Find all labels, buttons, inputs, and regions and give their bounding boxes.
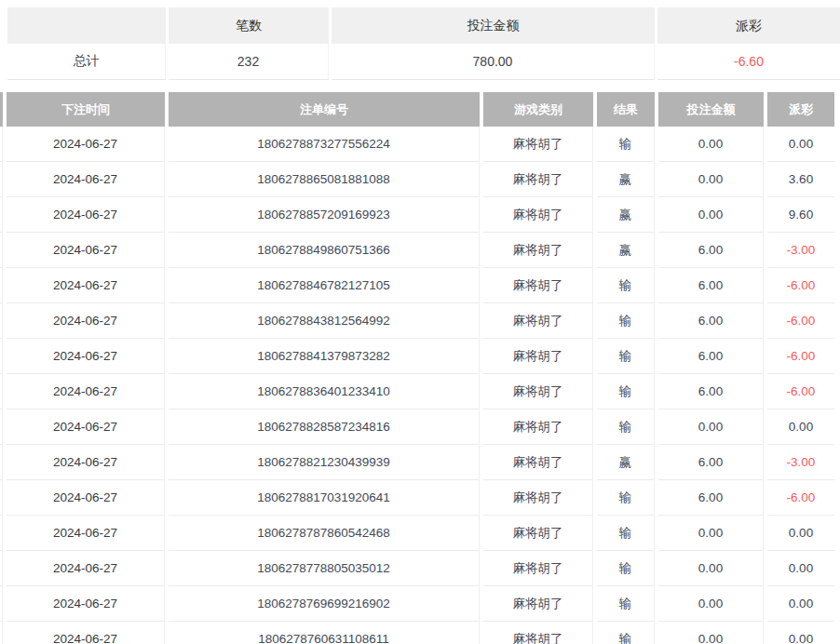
- cell-bet-id: 1806278865081881088: [169, 162, 480, 197]
- cell-bet-time: 2024-06-27: [7, 233, 165, 268]
- table-row: 2024-06-27 1806278849860751366 麻将胡了 赢 6.…: [0, 233, 834, 268]
- cell-bet-time: 2024-06-27: [7, 374, 165, 409]
- cell-game-type: 麻将胡了: [483, 233, 593, 268]
- cell-game-type: 麻将胡了: [483, 622, 593, 644]
- cell-bet-time: 2024-06-27: [7, 445, 165, 480]
- table-row: 2024-06-27 1806278778805035012 麻将胡了 输 0.…: [0, 551, 834, 586]
- cell-payout: -3.00: [767, 233, 834, 268]
- cell-bet-amount: 6.00: [658, 268, 764, 303]
- cell-result: 输: [597, 586, 655, 622]
- cell-bet-amount: 0.00: [658, 127, 764, 162]
- cell-bet-id: 1806278857209169923: [169, 197, 480, 233]
- cell-result: 输: [597, 303, 655, 339]
- row-edge-sliver: [0, 551, 3, 586]
- cell-bet-id: 1806278817031920641: [169, 480, 480, 516]
- cell-payout: 0.00: [767, 586, 834, 622]
- cell-bet-id: 1806278828587234816: [169, 409, 480, 445]
- header-bet-id: 注单编号: [169, 92, 480, 127]
- summary-header-empty: [7, 7, 166, 44]
- header-payout: 派彩: [767, 92, 834, 127]
- cell-result: 输: [597, 551, 655, 586]
- header-bet-amount: 投注金额: [658, 92, 764, 127]
- cell-bet-id: 1806278821230439939: [169, 445, 480, 480]
- summary-header-row: 笔数 投注金额 派彩: [7, 7, 840, 44]
- table-row: 2024-06-27 1806278857209169923 麻将胡了 赢 0.…: [0, 197, 834, 233]
- cell-result: 赢: [597, 197, 655, 233]
- summary-total-count: 232: [169, 44, 329, 80]
- table-row: 2024-06-27 1806278841379873282 麻将胡了 输 6.…: [0, 339, 834, 374]
- table-row: 2024-06-27 1806278873277556224 麻将胡了 输 0.…: [0, 127, 834, 162]
- cell-bet-time: 2024-06-27: [7, 516, 165, 551]
- cell-payout: -6.00: [767, 303, 834, 339]
- row-edge-sliver: [0, 480, 3, 516]
- summary-header-bet-amount: 投注金额: [332, 7, 655, 44]
- bet-table-header-row: 下注时间 注单编号 游戏类别 结果 投注金额 派彩: [0, 92, 834, 127]
- cell-payout: 0.00: [767, 127, 834, 162]
- cell-game-type: 麻将胡了: [483, 409, 593, 445]
- cell-bet-amount: 0.00: [658, 551, 764, 586]
- header-game-type: 游戏类别: [483, 92, 593, 127]
- cell-result: 输: [597, 622, 655, 644]
- table-row: 2024-06-27 1806278843812564992 麻将胡了 输 6.…: [0, 303, 834, 339]
- bet-records-table: 下注时间 注单编号 游戏类别 结果 投注金额 派彩 2024-06-27 180…: [0, 92, 834, 644]
- cell-game-type: 麻将胡了: [483, 586, 593, 622]
- cell-bet-id: 1806278836401233410: [169, 374, 480, 409]
- cell-bet-amount: 0.00: [658, 197, 764, 233]
- cell-bet-id: 1806278846782127105: [169, 268, 480, 303]
- cell-bet-time: 2024-06-27: [7, 339, 165, 374]
- table-row: 2024-06-27 1806278846782127105 麻将胡了 输 6.…: [0, 268, 834, 303]
- cell-game-type: 麻将胡了: [483, 303, 593, 339]
- cell-result: 输: [597, 516, 655, 551]
- cell-bet-id: 1806278841379873282: [169, 339, 480, 374]
- cell-payout: 0.00: [767, 622, 834, 644]
- row-edge-sliver: [0, 127, 3, 162]
- cell-game-type: 麻将胡了: [483, 480, 593, 516]
- cell-bet-time: 2024-06-27: [7, 586, 165, 622]
- cell-result: 输: [597, 409, 655, 445]
- cell-game-type: 麻将胡了: [483, 445, 593, 480]
- cell-bet-time: 2024-06-27: [7, 409, 165, 445]
- cell-game-type: 麻将胡了: [483, 339, 593, 374]
- cell-payout: 0.00: [767, 551, 834, 586]
- row-edge-sliver: [0, 339, 3, 374]
- cell-game-type: 麻将胡了: [483, 516, 593, 551]
- summary-total-label: 总计: [7, 44, 166, 80]
- cell-result: 赢: [597, 233, 655, 268]
- row-edge-sliver: [0, 268, 3, 303]
- cell-bet-time: 2024-06-27: [7, 480, 165, 516]
- summary-header-payout: 派彩: [657, 7, 840, 44]
- table-row: 2024-06-27 1806278817031920641 麻将胡了 输 6.…: [0, 480, 834, 516]
- cell-bet-amount: 6.00: [658, 233, 764, 268]
- cell-payout: -6.00: [767, 268, 834, 303]
- cell-bet-time: 2024-06-27: [7, 551, 165, 586]
- table-row: 2024-06-27 1806278760631108611 麻将胡了 输 0.…: [0, 622, 834, 644]
- header-result: 结果: [597, 92, 655, 127]
- cell-bet-id: 1806278843812564992: [169, 303, 480, 339]
- cell-payout: -6.00: [767, 339, 834, 374]
- cell-bet-id: 1806278787860542468: [169, 516, 480, 551]
- cell-result: 赢: [597, 445, 655, 480]
- cell-result: 输: [597, 268, 655, 303]
- summary-total-row: 总计 232 780.00 -6.60: [7, 44, 840, 80]
- row-edge-sliver: [0, 162, 3, 197]
- cell-bet-id: 1806278849860751366: [169, 233, 480, 268]
- cell-result: 输: [597, 127, 655, 162]
- summary-total-bet-amount: 780.00: [332, 44, 655, 80]
- table-row: 2024-06-27 1806278836401233410 麻将胡了 输 6.…: [0, 374, 834, 409]
- cell-bet-amount: 6.00: [658, 339, 764, 374]
- header-edge-sliver: [0, 92, 3, 127]
- cell-result: 输: [597, 374, 655, 409]
- cell-bet-id: 1806278760631108611: [169, 622, 480, 644]
- summary-table: 笔数 投注金额 派彩 总计 232 780.00 -6.60: [7, 7, 840, 80]
- cell-bet-time: 2024-06-27: [7, 303, 165, 339]
- row-edge-sliver: [0, 374, 3, 409]
- header-bet-time: 下注时间: [7, 92, 165, 127]
- row-edge-sliver: [0, 409, 3, 445]
- cell-bet-amount: 0.00: [658, 622, 764, 644]
- row-edge-sliver: [0, 197, 3, 233]
- cell-result: 输: [597, 339, 655, 374]
- bet-table-body: 2024-06-27 1806278873277556224 麻将胡了 输 0.…: [0, 127, 834, 644]
- cell-bet-amount: 6.00: [658, 480, 764, 516]
- table-row: 2024-06-27 1806278787860542468 麻将胡了 输 0.…: [0, 516, 834, 551]
- row-edge-sliver: [0, 445, 3, 480]
